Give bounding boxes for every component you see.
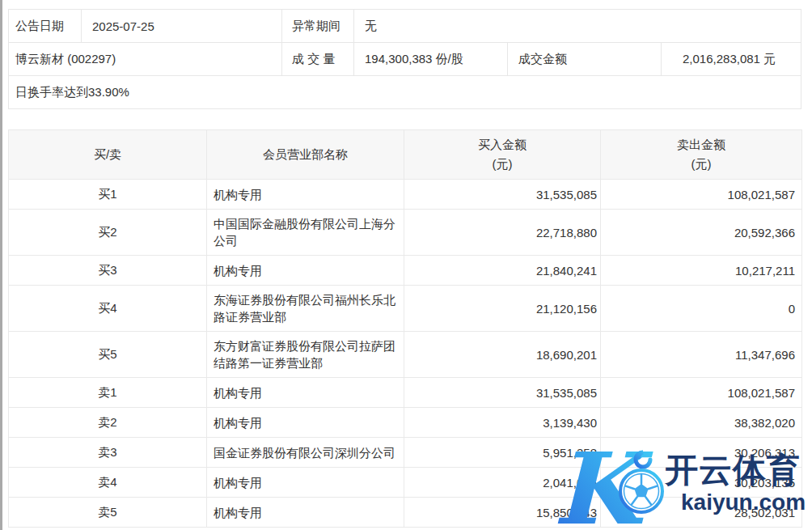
rank-cell: 卖2 (9, 408, 207, 438)
rank-cell: 买3 (9, 256, 207, 286)
page-left-edge (0, 0, 2, 530)
sell-amount-cell: 108,021,587 (601, 378, 802, 408)
branch-cell: 机构专用 (207, 180, 404, 210)
branch-cell: 机构专用 (207, 468, 404, 498)
broker-seat-table: 买/卖 会员营业部名称 买入金额 (元) 卖出金额 (元) 买1 机构专用 31… (8, 129, 802, 528)
info-row-volume: 博云新材 (002297) 成 交 量 194,300,383 份/股 成交金额… (9, 43, 801, 76)
branch-cell: 中国国际金融股份有限公司上海分公司 (207, 210, 404, 256)
turnover-value: 2,016,283,081 元 (662, 43, 801, 75)
info-row-turnover-rate: 日换手率达到33.90% (9, 76, 801, 108)
rank-cell: 卖4 (9, 468, 207, 498)
buy-amount-cell: 5,951,358 (404, 438, 601, 468)
header-side: 买/卖 (9, 130, 207, 180)
sell-amount-cell: 108,021,587 (601, 180, 802, 210)
info-row-date: 公告日期 2025-07-25 异常期间 无 (9, 10, 801, 43)
buy-amount-cell: 31,535,085 (404, 180, 601, 210)
sell-amount-cell: 30,206,313 (601, 438, 802, 468)
table-row-sell2: 卖2 机构专用 3,139,430 38,382,020 (9, 408, 802, 438)
table-row-buy1: 买1 机构专用 31,535,085 108,021,587 (9, 180, 802, 210)
rank-cell: 买4 (9, 286, 207, 332)
sell-amount-cell: 0 (601, 286, 802, 332)
rank-cell: 买1 (9, 180, 207, 210)
table-header-row: 买/卖 会员营业部名称 买入金额 (元) 卖出金额 (元) (9, 130, 802, 180)
header-branch-label: 会员营业部名称 (263, 147, 348, 161)
buy-amount-cell: 22,718,880 (404, 210, 601, 256)
sell-amount-cell: 30,203,135 (601, 468, 802, 498)
table-row-buy2: 买2 中国国际金融股份有限公司上海分公司 22,718,880 20,592,3… (9, 210, 802, 256)
branch-cell: 国金证券股份有限公司深圳分公司 (207, 438, 404, 468)
rank-cell: 买5 (9, 332, 207, 378)
announce-date-value: 2025-07-25 (82, 10, 282, 42)
table-row-sell5: 卖5 机构专用 15,850,243 28,502,031 (9, 498, 802, 528)
table-row-buy5: 买5 东方财富证券股份有限公司拉萨团结路第一证券营业部 18,690,201 1… (9, 332, 802, 378)
header-buy-line1: 买入金额 (404, 135, 600, 155)
buy-amount-cell: 15,850,243 (404, 498, 601, 528)
header-sell-line1: 卖出金额 (601, 135, 801, 155)
branch-cell: 机构专用 (207, 256, 404, 286)
header-buy-amount: 买入金额 (元) (404, 130, 601, 180)
volume-label: 成 交 量 (282, 43, 354, 75)
buy-amount-cell: 3,139,430 (404, 408, 601, 438)
branch-cell: 机构专用 (207, 408, 404, 438)
table-row-sell3: 卖3 国金证券股份有限公司深圳分公司 5,951,358 30,206,313 (9, 438, 802, 468)
sell-amount-cell: 28,502,031 (601, 498, 802, 528)
stock-info-panel: 公告日期 2025-07-25 异常期间 无 博云新材 (002297) 成 交… (8, 9, 801, 109)
branch-cell: 机构专用 (207, 378, 404, 408)
abnormal-period-value: 无 (354, 10, 801, 42)
branch-cell: 东海证券股份有限公司福州长乐北路证券营业部 (207, 286, 404, 332)
header-side-label: 买/卖 (94, 147, 121, 161)
sell-amount-cell: 38,382,020 (601, 408, 802, 438)
rank-cell: 买2 (9, 210, 207, 256)
rank-cell: 卖1 (9, 378, 207, 408)
header-sell-line2: (元) (601, 155, 801, 174)
buy-amount-cell: 18,690,201 (404, 332, 601, 378)
table-row-buy4: 买4 东海证券股份有限公司福州长乐北路证券营业部 21,120,156 0 (9, 286, 802, 332)
table-row-buy3: 买3 机构专用 21,840,241 10,217,211 (9, 256, 802, 286)
buy-amount-cell: 21,120,156 (404, 286, 601, 332)
sell-amount-cell: 10,217,211 (601, 256, 802, 286)
buy-amount-cell: 2,041,036 (404, 468, 601, 498)
rank-cell: 卖3 (9, 438, 207, 468)
buy-amount-cell: 31,535,085 (404, 378, 601, 408)
table-row-sell4: 卖4 机构专用 2,041,036 30,203,135 (9, 468, 802, 498)
abnormal-period-label: 异常期间 (282, 10, 354, 42)
volume-value: 194,300,383 份/股 (354, 43, 508, 75)
sell-amount-cell: 11,347,696 (601, 332, 802, 378)
header-buy-line2: (元) (404, 155, 600, 174)
turnover-label: 成交金额 (508, 43, 662, 75)
branch-cell: 东方财富证券股份有限公司拉萨团结路第一证券营业部 (207, 332, 404, 378)
buy-amount-cell: 21,840,241 (404, 256, 601, 286)
stock-name: 博云新材 (002297) (9, 43, 282, 75)
branch-cell: 机构专用 (207, 498, 404, 528)
sell-amount-cell: 20,592,366 (601, 210, 802, 256)
rank-cell: 卖5 (9, 498, 207, 528)
header-sell-amount: 卖出金额 (元) (601, 130, 802, 180)
table-row-sell1: 卖1 机构专用 31,535,085 108,021,587 (9, 378, 802, 408)
turnover-rate-note: 日换手率达到33.90% (9, 76, 282, 108)
header-branch: 会员营业部名称 (207, 130, 404, 180)
announce-date-label: 公告日期 (9, 10, 82, 42)
